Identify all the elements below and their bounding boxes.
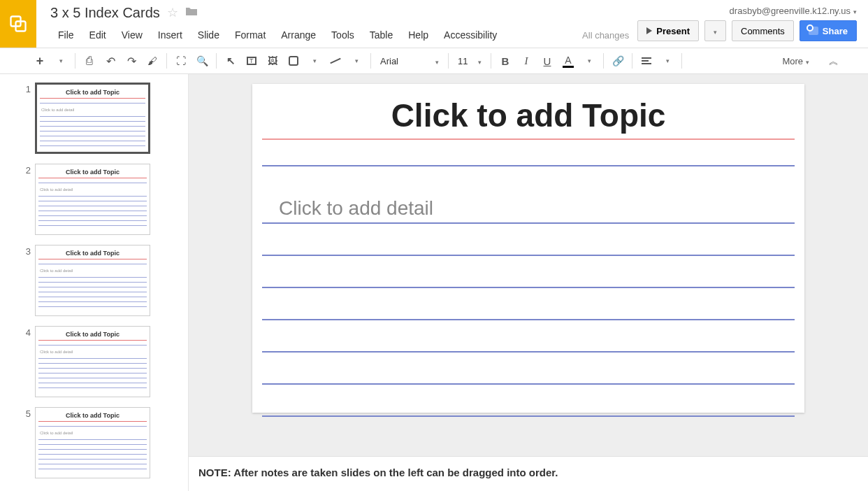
menu-accessibility[interactable]: Accessibility [436,27,505,43]
paint-format-button[interactable] [142,51,163,71]
menu-table[interactable]: Table [362,27,400,43]
menu-help[interactable]: Help [400,27,436,43]
blue-rule [262,383,795,385]
thumb-title: Click to add Topic [38,167,147,177]
slide-thumb-row: 3Click to add TopicClick to add detail [0,242,188,319]
red-rule [262,138,795,140]
image-tool[interactable] [262,51,283,71]
align-dropdown[interactable] [657,51,678,71]
toolbar: Arial 11 More [0,48,868,74]
shape-dropdown[interactable] [304,51,325,71]
blue-rule [262,165,795,166]
slide-thumbnail[interactable]: Click to add TopicClick to add detail [35,326,150,397]
chevron-down-icon [435,56,439,66]
menu-tools[interactable]: Tools [324,27,362,43]
slide-thumb-row: 2Click to add TopicClick to add detail [0,161,188,238]
canvas-area: Click to add Topic Click to add detail N… [189,74,868,491]
bold-button[interactable] [495,51,516,71]
slide-number: 5 [21,408,31,419]
thumb-title: Click to add Topic [38,248,147,258]
menu-arrange[interactable]: Arrange [273,27,324,43]
menu-file[interactable]: File [50,27,82,43]
chevron-down-icon [853,6,857,16]
textbox-tool[interactable] [241,51,262,71]
link-button[interactable] [607,51,628,71]
thumb-title: Click to add Topic [38,329,147,339]
font-value: Arial [380,56,398,66]
select-tool[interactable] [220,51,241,71]
speaker-notes[interactable]: NOTE: After notes are taken slides on th… [189,456,868,491]
underline-button[interactable] [537,51,558,71]
shape-tool[interactable] [283,51,304,71]
menu-format[interactable]: Format [227,27,273,43]
app-logo[interactable] [0,0,36,48]
slide-number: 2 [21,165,31,176]
app-header: 3 x 5 Index Cards ☆ File Edit View Inser… [0,0,868,48]
italic-button[interactable] [516,51,537,71]
thumb-detail: Click to add detail [38,431,147,435]
thumb-detail: Click to add detail [38,350,147,354]
slide-thumbnail[interactable]: Click to add TopicClick to add detail [35,164,150,235]
slide-thumbnail[interactable]: Click to add TopicClick to add detail [35,407,150,478]
thumb-detail: Click to add detail [40,108,145,112]
menu-edit[interactable]: Edit [82,27,114,43]
share-button[interactable]: Share [800,20,857,41]
detail-placeholder[interactable]: Click to add detail [262,197,795,220]
title-placeholder[interactable]: Click to add Topic [262,91,795,138]
present-dropdown[interactable] [704,20,726,41]
line-tool[interactable] [325,51,346,71]
slide-canvas[interactable]: Click to add Topic Click to add detail [252,84,804,413]
save-status: All changes [582,30,637,41]
present-label: Present [656,26,690,36]
slide-number: 1 [21,84,31,94]
redo-button[interactable] [121,51,142,71]
thumb-detail: Click to add detail [38,269,147,273]
present-button[interactable]: Present [637,20,699,41]
print-button[interactable] [79,51,100,71]
document-title[interactable]: 3 x 5 Index Cards [50,5,160,21]
menu-bar: File Edit View Insert Slide Format Arran… [50,24,637,46]
canvas-scroll[interactable]: Click to add Topic Click to add detail [189,74,868,456]
blue-rule [262,319,795,320]
font-size-select[interactable]: 11 [452,51,487,71]
slide-panel[interactable]: 1Click to add TopicClick to add detail2C… [0,74,189,491]
menu-slide[interactable]: Slide [190,27,227,43]
blue-rule [262,287,795,288]
line-dropdown[interactable] [346,51,367,71]
collapse-toolbar-button[interactable] [829,55,839,68]
chevron-down-icon [478,56,482,66]
undo-button[interactable] [100,51,121,71]
slide-thumb-row: 5Click to add TopicClick to add detail [0,404,188,481]
play-icon [646,27,652,34]
fit-button[interactable] [171,51,191,71]
text-color-button[interactable] [558,51,579,71]
blue-rule [262,351,795,353]
text-color-dropdown[interactable] [579,51,600,71]
blue-rule [262,415,795,417]
slide-thumb-row: 4Click to add TopicClick to add detail [0,323,188,400]
font-size-value: 11 [458,56,468,66]
user-email-label: drasbyb@greenville.k12.ny.us [730,6,851,16]
new-slide-button[interactable] [29,51,50,71]
zoom-button[interactable] [191,51,212,71]
slide-thumbnail[interactable]: Click to add TopicClick to add detail [35,83,150,154]
blue-rule [262,255,795,256]
slide-thumbnail[interactable]: Click to add TopicClick to add detail [35,245,150,316]
account-menu[interactable]: drasbyb@greenville.k12.ny.us [730,6,857,16]
comments-button[interactable]: Comments [732,20,794,41]
new-slide-dropdown[interactable] [50,51,71,71]
more-button[interactable]: More [776,56,815,66]
font-select[interactable]: Arial [375,51,444,71]
notes-text: NOTE: After notes are taken slides on th… [198,467,558,478]
star-icon[interactable]: ☆ [167,5,178,20]
slide-number: 4 [21,327,31,338]
chevron-down-icon [806,56,809,66]
align-button[interactable] [636,51,657,71]
folder-icon[interactable] [185,6,198,19]
blue-rule [262,222,795,224]
menu-view[interactable]: View [114,27,150,43]
share-label: Share [823,26,848,36]
thumb-title: Click to add Topic [40,87,145,97]
share-icon [809,27,818,35]
menu-insert[interactable]: Insert [150,27,190,43]
